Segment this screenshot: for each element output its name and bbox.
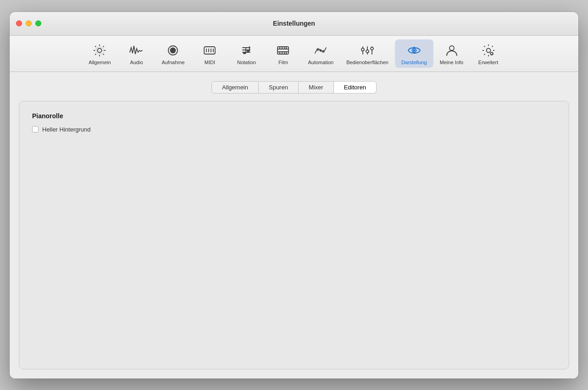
maximize-button[interactable] — [35, 21, 41, 27]
content-panel: Pianorolle Heller Hintergrund — [19, 101, 569, 369]
toolbar-item-allgemein[interactable]: Allgemein — [81, 39, 118, 68]
toolbar-label-midi: MIDI — [205, 60, 215, 65]
traffic-lights — [16, 21, 41, 27]
checkbox-label: Heller Hintergrund — [42, 126, 91, 133]
toolbar-item-film[interactable]: Film — [265, 39, 301, 68]
toolbar-item-erweitert[interactable]: Erweitert — [470, 39, 507, 68]
toolbar-item-aufnahme[interactable]: Aufnahme — [155, 39, 191, 68]
svg-point-40 — [449, 46, 454, 50]
svg-point-1 — [96, 47, 103, 54]
toolbar-item-audio[interactable]: Audio — [118, 39, 155, 68]
svg-point-12 — [243, 52, 246, 54]
sliders-icon — [359, 42, 376, 59]
svg-point-3 — [171, 48, 176, 53]
svg-point-35 — [366, 50, 369, 53]
main-content: Allgemein Spuren Mixer Editoren Pianorol… — [10, 72, 578, 379]
svg-point-0 — [98, 48, 102, 52]
automation-icon — [312, 42, 329, 59]
toolbar-label-notation: Notation — [237, 60, 256, 65]
toolbar-label-meineinfo: Meine Info — [440, 60, 463, 65]
svg-point-38 — [413, 49, 415, 51]
toolbar-label-audio: Audio — [130, 60, 143, 65]
toolbar-item-bedienoberflachen[interactable]: Bedienoberflächen — [340, 39, 395, 68]
midi-icon — [201, 42, 218, 59]
record-icon — [165, 42, 181, 59]
svg-point-36 — [371, 47, 373, 50]
tabbar: Allgemein Spuren Mixer Editoren — [211, 81, 377, 93]
svg-point-14 — [247, 50, 250, 52]
eye-icon — [406, 42, 422, 59]
heller-hintergrund-checkbox[interactable] — [32, 126, 39, 132]
toolbar-label-erweitert: Erweitert — [478, 60, 498, 65]
close-button[interactable] — [16, 21, 22, 27]
toolbar-item-automation[interactable]: Automation — [301, 39, 340, 68]
window-title: Einstellungen — [273, 20, 315, 27]
toolbar-label-film: Film — [278, 60, 288, 65]
section-title: Pianorolle — [32, 112, 556, 120]
tab-allgemein[interactable]: Allgemein — [211, 81, 259, 93]
person-icon — [444, 42, 460, 59]
gear-icon — [91, 42, 108, 59]
toolbar-item-meineinfo[interactable]: Meine Info — [433, 39, 470, 68]
toolbar-item-notation[interactable]: Notation — [228, 39, 265, 68]
svg-point-28 — [320, 49, 322, 51]
notation-icon — [238, 42, 255, 59]
minimize-button[interactable] — [26, 21, 32, 27]
tab-editoren[interactable]: Editoren — [334, 81, 377, 93]
toolbar-label-aufnahme: Aufnahme — [161, 60, 184, 65]
toolbar-label-allgemein: Allgemein — [89, 60, 111, 65]
advanced-icon — [480, 42, 497, 59]
checkbox-row: Heller Hintergrund — [32, 126, 556, 133]
toolbar-item-darstellung[interactable]: Darstellung — [395, 39, 433, 68]
window: Einstellungen Allgemein Audio — [10, 12, 578, 379]
toolbar-label-darstellung: Darstellung — [401, 60, 427, 65]
titlebar: Einstellungen — [10, 12, 578, 36]
toolbar-item-midi[interactable]: MIDI — [191, 39, 228, 68]
svg-point-34 — [361, 48, 364, 51]
film-icon — [275, 42, 291, 59]
toolbar: Allgemein Audio Aufnahme — [10, 36, 578, 72]
toolbar-label-automation: Automation — [308, 60, 333, 65]
audio-icon — [128, 42, 144, 59]
svg-rect-17 — [277, 47, 288, 54]
svg-point-41 — [486, 48, 490, 52]
toolbar-label-bedienoberflachen: Bedienoberflächen — [346, 60, 388, 65]
tab-spuren[interactable]: Spuren — [259, 81, 299, 93]
tab-mixer[interactable]: Mixer — [299, 81, 334, 93]
